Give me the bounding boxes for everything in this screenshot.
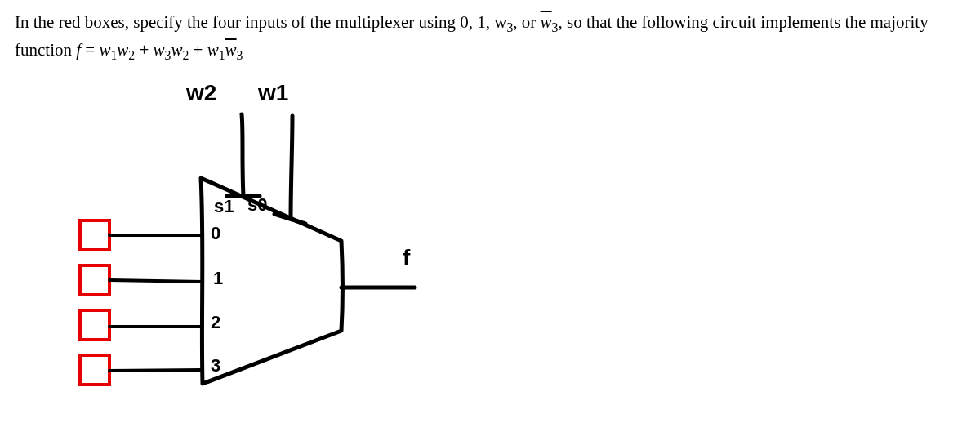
input-boxes-group [80,220,109,385]
input-box-3 [80,355,109,385]
mux-svg [64,82,554,425]
mux-diagram: w2 w1 s1 s0 0 1 2 3 f [64,82,554,425]
question-text: In the red boxes, specify the four input… [15,10,965,65]
s1-label: s1 [214,196,234,217]
s0-label: s0 [247,194,268,216]
t3b-sub: 3 [237,48,243,62]
output-label: f [403,245,410,271]
in0-label: 0 [211,223,220,244]
t3a: w [207,40,219,60]
sel1-label: w2 [186,80,216,106]
in2-label: 2 [211,312,220,333]
t2a: w [154,40,165,60]
in1-label: 1 [213,268,223,289]
input-box-2 [80,310,109,340]
wire-1 [109,280,203,282]
in3-label: 3 [211,355,220,376]
t1a: w [99,40,110,60]
t1b: w [117,40,128,60]
w-bar: w [541,12,552,32]
select-wire-s1 [242,114,243,196]
select-wire-s0 [291,116,292,219]
eq-sign: = [81,40,99,60]
question-intro: In the red boxes, specify the four input… [15,12,506,32]
plus2: + [189,40,207,60]
plus1: + [135,40,153,60]
input-box-1 [80,265,109,295]
sel0-label: w1 [258,80,288,106]
comma-or: , or [513,12,540,32]
t2b: w [171,40,182,60]
t3b: w [225,40,237,60]
t3a-sub: 1 [219,48,225,62]
input-box-0 [80,220,109,250]
wire-3 [109,370,203,371]
data-wires [109,235,203,371]
